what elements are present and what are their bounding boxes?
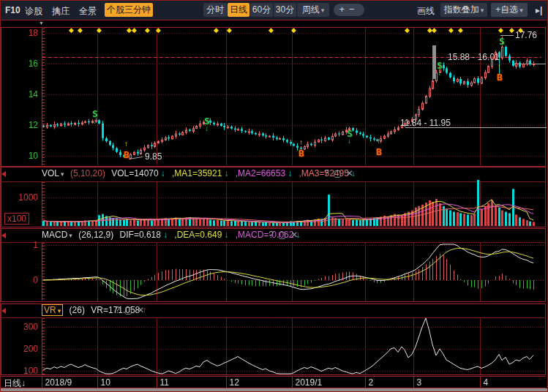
price-axis-label: 18 bbox=[3, 28, 38, 38]
pane-maximize-icon[interactable]: ▢ bbox=[278, 230, 286, 240]
chevron-down-icon: ▾ bbox=[321, 7, 325, 14]
pane-close-icon[interactable]: ✕ bbox=[137, 305, 144, 315]
vol-value: VOL=14070 bbox=[111, 168, 158, 178]
down-arrow-icon: ↓ bbox=[163, 230, 168, 240]
vr-axis-label: 200 bbox=[3, 344, 38, 354]
window-status-strip bbox=[0, 388, 548, 392]
vr-params: (26) bbox=[70, 305, 85, 315]
period-weekly-button[interactable]: 周线▾ bbox=[297, 3, 329, 17]
pane-collapse-icon[interactable] bbox=[1, 233, 6, 238]
index-overlay-button[interactable]: 指数叠加▾ bbox=[440, 3, 487, 17]
chevron-down-icon: ▾ bbox=[61, 170, 64, 178]
zoom-out-button[interactable]: − bbox=[349, 4, 359, 15]
vr-axis-label: 300 bbox=[3, 322, 38, 332]
volume-axis-label: 1000 bbox=[3, 192, 38, 203]
macd-params: (26,12,9) bbox=[78, 230, 113, 240]
chevron-down-icon: ▾ bbox=[69, 232, 72, 239]
pane-maximize-icon[interactable]: ▢ bbox=[124, 305, 132, 315]
macd-pane-header: MACD▾ (26,12,9) DIF=0.618↓ ,DEA=0.649↓ ,… bbox=[42, 230, 304, 243]
price-axis-label: 12 bbox=[3, 120, 38, 130]
low-price-label: 9.85 bbox=[145, 151, 162, 162]
down-arrow-icon: ↓ bbox=[288, 168, 292, 178]
top-toolbar: F10 诊股 擒庄 全景 个股三分钟 分时 日线 60分 30分 周线▾ +− … bbox=[0, 0, 548, 20]
vr-indicator-button[interactable]: VR▾ bbox=[42, 304, 63, 316]
macd-axis-label: 0 bbox=[3, 275, 38, 285]
gap-bottom-label: 11.84 - 11.95 bbox=[400, 118, 451, 128]
down-arrow-icon: ↓ bbox=[224, 168, 228, 178]
vol-params: (5,10,20) bbox=[70, 168, 105, 178]
period-30m-button[interactable]: 30分 bbox=[274, 3, 296, 17]
macd-axis-label: 1 bbox=[3, 240, 38, 250]
stock-3min-button[interactable]: 个股三分钟 bbox=[105, 3, 153, 17]
tab-panorama[interactable]: 全景 bbox=[79, 5, 97, 18]
chevron-down-icon: ▾ bbox=[481, 7, 484, 14]
tab-f10[interactable]: F10 bbox=[5, 5, 20, 15]
macd-indicator-button[interactable]: MACD▾ bbox=[42, 230, 72, 240]
volume-unit-label: x100 bbox=[4, 213, 29, 225]
down-arrow-icon: ↓ bbox=[161, 168, 165, 178]
gap-top-label: 15.88 - 16.01 bbox=[448, 52, 500, 62]
pane-close-icon[interactable]: ✕ bbox=[346, 168, 353, 178]
price-axis-label: 16 bbox=[3, 59, 38, 69]
pane-close-icon[interactable]: ✕ bbox=[290, 230, 298, 240]
high-price-label: 17.76 bbox=[515, 30, 537, 40]
period-axis-label[interactable]: 日线↓ bbox=[4, 377, 26, 390]
add-watchlist-button[interactable]: +自选▾ bbox=[491, 3, 528, 17]
down-arrow-icon: ↓ bbox=[21, 378, 26, 388]
pane-help-icon[interactable]: ? bbox=[324, 168, 329, 178]
vol-indicator-button[interactable]: VOL▾ bbox=[42, 168, 64, 178]
vol-ma1-value: ,MA1=35921 bbox=[172, 168, 222, 178]
vol-pane-header: VOL▾ (5,10,20) VOL=14070↓ ,MA1=35921↓ ,M… bbox=[42, 168, 360, 181]
period-fenshi-button[interactable]: 分时 bbox=[203, 3, 227, 17]
zoom-in-button[interactable]: + bbox=[339, 4, 349, 15]
pane-collapse-icon[interactable] bbox=[1, 308, 6, 314]
collapse-panel-icon[interactable]: ▸| bbox=[536, 5, 542, 15]
stock-chart-window: F10 诊股 擒庄 全景 个股三分钟 分时 日线 60分 30分 周线▾ +− … bbox=[0, 0, 548, 392]
pane-help-icon[interactable]: ? bbox=[269, 230, 274, 240]
tab-diagnose-stock[interactable]: 诊股 bbox=[25, 5, 42, 18]
dea-value: ,DEA=0.649 bbox=[174, 230, 222, 240]
stock-code-dropdown-icon[interactable]: ▼ bbox=[39, 20, 44, 26]
down-arrow-icon: ↓ bbox=[224, 230, 228, 240]
period-daily-button[interactable]: 日线 bbox=[228, 3, 249, 17]
vr-pane-header: VR▾ (26) VR=171.058↑ ?▢✕ bbox=[42, 305, 151, 318]
pane-maximize-icon[interactable]: ▢ bbox=[333, 168, 341, 178]
chevron-down-icon: ▾ bbox=[58, 307, 61, 314]
vol-ma2-value: ,MA2=66653 bbox=[236, 168, 285, 178]
tab-catch-banker[interactable]: 擒庄 bbox=[52, 5, 70, 18]
dif-value: DIF=0.618 bbox=[120, 230, 161, 240]
pane-help-icon[interactable]: ? bbox=[115, 305, 120, 315]
draw-line-button[interactable]: 画线 bbox=[417, 5, 435, 18]
period-60m-button[interactable]: 60分 bbox=[250, 3, 273, 17]
price-axis-label: 10 bbox=[3, 151, 38, 161]
chevron-down-icon: ▾ bbox=[519, 7, 523, 14]
zoom-pill: +− bbox=[334, 4, 364, 16]
vr-axis-label: 100 bbox=[3, 366, 38, 376]
price-axis-label: 14 bbox=[3, 89, 38, 99]
pane-collapse-icon[interactable] bbox=[1, 171, 6, 177]
